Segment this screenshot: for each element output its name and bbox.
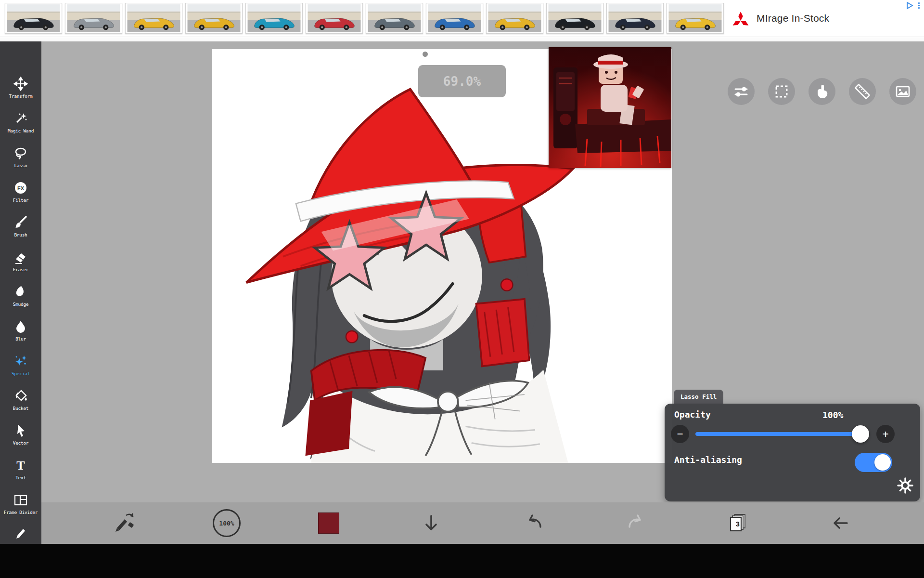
ad-car-thumbnail[interactable] xyxy=(606,3,664,34)
ruler-icon xyxy=(851,80,874,103)
android-nav-bar: 20 6 xyxy=(0,544,924,578)
ad-car-thumbnail[interactable] xyxy=(185,3,243,34)
lasso-icon xyxy=(13,146,28,160)
layer-count: 3 xyxy=(736,520,740,528)
ad-car-thumbnail[interactable] xyxy=(486,3,543,34)
tool-brush[interactable]: Brush xyxy=(0,209,41,244)
opacity-decrease-button[interactable]: − xyxy=(671,425,689,443)
tool-transform[interactable]: Transform xyxy=(0,70,41,105)
reference-photo xyxy=(549,47,671,168)
brush-eraser-swap-icon xyxy=(110,510,137,537)
reference-image[interactable] xyxy=(549,47,671,168)
car-photo-icon xyxy=(127,4,181,32)
layers-button[interactable]: 3 xyxy=(723,502,754,544)
pen-icon xyxy=(13,525,28,539)
car-photo-icon xyxy=(6,4,61,32)
ad-brand[interactable]: MIrage In-Stock xyxy=(732,0,829,37)
quick-settings-icon xyxy=(730,80,753,103)
hand-gesture-icon xyxy=(810,80,834,103)
tool-label: Special xyxy=(12,371,30,376)
svg-text:FX: FX xyxy=(17,185,25,191)
frame-divider-icon xyxy=(13,493,28,507)
opacity-slider-knob[interactable] xyxy=(852,425,869,443)
opacity-slider[interactable] xyxy=(695,432,869,436)
car-photo-icon xyxy=(427,4,482,32)
tool-pen-partial[interactable] xyxy=(0,525,41,539)
car-photo-icon xyxy=(66,4,121,32)
redo-button[interactable] xyxy=(621,502,652,544)
ad-car-thumbnail[interactable] xyxy=(667,3,724,34)
undo-button[interactable] xyxy=(518,502,549,544)
car-photo-icon xyxy=(668,4,722,32)
current-color-swatch xyxy=(318,512,339,534)
tool-special[interactable]: Special xyxy=(0,348,41,382)
brush-icon xyxy=(13,215,28,230)
ad-title[interactable]: MIrage In-Stock xyxy=(757,13,829,24)
toggle-knob xyxy=(874,454,891,471)
ad-car-thumbnail[interactable] xyxy=(125,3,182,34)
tool-label: Vector xyxy=(13,440,29,446)
brush-size-button[interactable]: 100% xyxy=(211,502,242,544)
ad-car-thumbnail[interactable] xyxy=(306,3,363,34)
color-swatch-button[interactable] xyxy=(313,502,344,544)
tool-frame-divider[interactable]: Frame Divider xyxy=(0,486,41,521)
ad-car-thumbnail[interactable] xyxy=(5,3,62,34)
adchoices-triangle-icon[interactable] xyxy=(906,1,914,10)
transform-icon xyxy=(13,77,28,91)
tool-bucket[interactable]: Bucket xyxy=(0,382,41,417)
brush-eraser-swap-button[interactable] xyxy=(108,502,139,544)
opacity-increase-button[interactable]: + xyxy=(876,425,895,443)
layers-icon: 3 xyxy=(725,510,752,537)
ad-car-thumbnail[interactable] xyxy=(245,3,303,34)
tool-label: Frame Divider xyxy=(4,510,38,515)
brush-size-ring: 100% xyxy=(213,509,241,537)
zoom-indicator: 69.0% xyxy=(418,65,506,97)
car-photo-icon xyxy=(608,4,662,32)
antialiasing-toggle[interactable] xyxy=(855,453,892,472)
quick-settings-button[interactable] xyxy=(728,78,755,105)
ad-car-thumbnail[interactable] xyxy=(426,3,483,34)
text-icon: T xyxy=(13,458,28,473)
tool-magic-wand[interactable]: Magic Wand xyxy=(0,105,41,140)
car-photo-icon xyxy=(548,4,602,32)
tool-filter[interactable]: FX Filter xyxy=(0,174,41,209)
car-photo-icon xyxy=(367,4,422,32)
image-button[interactable] xyxy=(889,78,916,105)
zoom-value: 69.0% xyxy=(443,74,481,89)
back-arrow-button[interactable] xyxy=(825,502,856,544)
tool-eraser[interactable]: Eraser xyxy=(0,244,41,278)
tool-label: Filter xyxy=(13,197,29,203)
hand-tool-button[interactable] xyxy=(808,78,835,105)
tool-label: Text xyxy=(15,475,26,480)
ruler-button[interactable] xyxy=(849,78,876,105)
tool-label: Transform xyxy=(9,93,33,99)
tool-smudge[interactable]: Smudge xyxy=(0,278,41,313)
brush-size-value: 100% xyxy=(219,520,234,527)
ad-car-thumbnail[interactable] xyxy=(65,3,122,34)
undo-icon xyxy=(520,510,547,537)
lasso-fill-tab[interactable]: Lasso Fill xyxy=(674,390,723,404)
canvas-handle-dot[interactable] xyxy=(423,52,428,57)
special-sparkles-icon xyxy=(13,354,28,368)
tool-vector[interactable]: Vector xyxy=(0,417,41,452)
app-screen: MIrage In-Stock Transform Magic Wand Las… xyxy=(0,0,924,578)
svg-text:T: T xyxy=(16,459,25,473)
ad-car-thumbnail[interactable] xyxy=(546,3,603,34)
left-arrow-icon xyxy=(827,510,854,537)
tool-text[interactable]: T Text xyxy=(0,452,41,486)
tool-label: Blur xyxy=(15,336,26,342)
tool-blur[interactable]: Blur xyxy=(0,313,41,348)
ad-banner[interactable]: MIrage In-Stock xyxy=(0,0,924,37)
ad-menu-dots-icon[interactable] xyxy=(916,1,922,10)
tool-label: Smudge xyxy=(13,302,29,307)
opacity-slider-fill xyxy=(695,432,861,436)
down-arrow-button[interactable] xyxy=(416,502,447,544)
filter-fx-icon: FX xyxy=(13,181,28,195)
smudge-icon xyxy=(13,285,28,299)
tool-lasso[interactable]: Lasso xyxy=(0,140,41,174)
ad-car-thumbnail[interactable] xyxy=(366,3,423,34)
selection-button[interactable] xyxy=(768,78,795,105)
car-photo-icon xyxy=(247,4,301,32)
car-photo-icon xyxy=(187,4,241,32)
settings-gear-icon[interactable] xyxy=(897,477,914,494)
